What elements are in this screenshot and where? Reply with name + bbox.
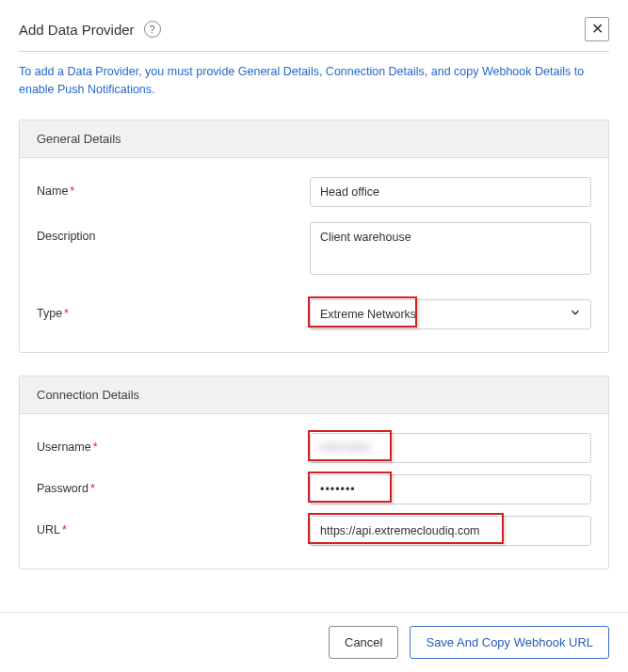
- password-label: Password*: [37, 474, 310, 495]
- section-header-general: General Details: [20, 120, 608, 158]
- name-input[interactable]: [310, 177, 591, 207]
- type-select[interactable]: Extreme Networks: [310, 299, 591, 329]
- connection-details-section: Connection Details Username* username Pa…: [19, 376, 609, 569]
- url-label: URL*: [37, 516, 310, 536]
- info-banner: To add a Data Provider, you must provide…: [19, 63, 609, 99]
- username-label: Username*: [37, 433, 310, 454]
- save-button[interactable]: Save And Copy Webhook URL: [410, 626, 609, 659]
- password-input[interactable]: [310, 474, 591, 504]
- username-blurred: username: [319, 440, 369, 454]
- url-input[interactable]: [310, 516, 591, 546]
- dialog-title: Add Data Provider: [19, 22, 135, 38]
- dialog-footer: Cancel Save And Copy Webhook URL: [0, 612, 628, 672]
- name-label: Name*: [37, 177, 310, 198]
- close-button[interactable]: ✕: [585, 17, 609, 41]
- cancel-button[interactable]: Cancel: [329, 626, 398, 659]
- close-icon: ✕: [591, 22, 604, 37]
- description-label: Description: [37, 222, 310, 243]
- help-icon[interactable]: ?: [144, 21, 161, 38]
- general-details-section: General Details Name* Description Client…: [19, 120, 609, 353]
- description-input[interactable]: Client warehouse: [310, 222, 591, 275]
- type-label: Type*: [37, 299, 310, 320]
- divider: [19, 51, 609, 52]
- section-header-connection: Connection Details: [20, 376, 608, 414]
